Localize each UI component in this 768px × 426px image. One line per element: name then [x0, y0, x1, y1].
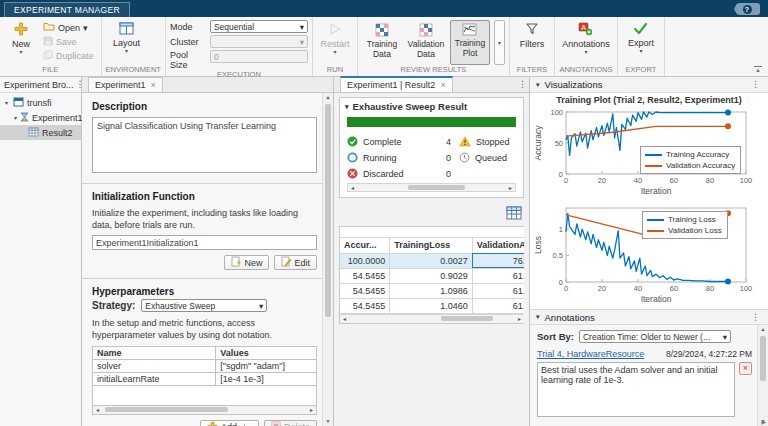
initialization-function-field[interactable] — [92, 235, 317, 250]
cluster-dropdown[interactable]: ▾ — [210, 35, 308, 48]
mode-label: Mode — [170, 20, 206, 33]
export-section-label: EXPORT — [618, 65, 664, 76]
status-running: Running 0 — [347, 150, 451, 166]
table-row[interactable]: 100.0000 0.0027 76.92 — [340, 253, 524, 268]
col-trainingloss[interactable]: TrainingLoss — [390, 238, 472, 253]
delete-x-icon — [271, 421, 281, 426]
discarded-icon — [347, 168, 358, 181]
collapse-icon[interactable]: ▾ — [536, 313, 540, 321]
collapse-ribbon-icon[interactable]: ▲ — [754, 66, 762, 74]
open-button[interactable]: Open ▾ — [40, 21, 97, 34]
experiment-manager-ribbon-tab[interactable]: EXPERIMENT MANAGER — [4, 2, 130, 17]
scroll-right-icon[interactable]: ► — [508, 184, 513, 192]
stopped-warning-icon — [459, 136, 471, 149]
duplicate-button[interactable]: Duplicate — [40, 49, 97, 62]
training-data-button[interactable]: Training Data — [362, 20, 402, 65]
scroll-up-icon[interactable]: ▲ — [323, 93, 333, 102]
scroll-up-icon[interactable]: ▲ — [758, 325, 768, 334]
mode-dropdown[interactable]: Sequential ▾ — [210, 20, 308, 33]
scrollbar-thumb[interactable] — [441, 316, 493, 321]
review-results-dropdown-button[interactable]: ▾ — [494, 20, 505, 65]
scrollbar-thumb[interactable] — [325, 104, 331, 317]
browser-kebab-icon[interactable]: ⋮ — [74, 80, 81, 89]
init-new-button[interactable]: New — [224, 255, 269, 270]
export-button[interactable]: Export ▾ — [622, 20, 660, 65]
workspace: Experiment Bro... ⋮ ▾ trunsfi ▾ Experime… — [0, 77, 768, 426]
scrollbar-thumb[interactable] — [760, 336, 766, 381]
table-row[interactable]: initialLearnRate [1e-4 1e-3] — [93, 372, 317, 385]
description-field[interactable]: Signal Classification Using Transfer Lea… — [92, 117, 317, 173]
new-button[interactable]: New ▾ — [4, 20, 38, 65]
scroll-end-icon[interactable]: ▶ — [761, 418, 766, 425]
close-icon[interactable]: × — [151, 80, 156, 90]
init-edit-button[interactable]: Edit — [274, 255, 317, 270]
tab-experiment1[interactable]: Experiment1 × — [88, 77, 163, 92]
hyper-col-values[interactable]: Values — [216, 346, 317, 359]
delete-hyperparameter-button[interactable]: Delete — [264, 420, 317, 426]
tree-item-result2[interactable]: Result2 — [0, 125, 81, 140]
visualizations-header: ▾ Visualizations ⋮ — [530, 77, 768, 93]
annotation-trial-link[interactable]: Trial 4, HardwareResource — [537, 349, 644, 359]
scrollbar-thumb[interactable] — [105, 407, 228, 412]
expander-icon[interactable]: ▾ — [3, 99, 10, 106]
help-button[interactable]: ? — [734, 3, 760, 15]
collapse-icon[interactable]: ▾ — [345, 103, 349, 111]
collapse-icon[interactable]: ▾ — [536, 81, 540, 89]
status-hscrollbar[interactable]: ◄ ► — [347, 183, 516, 192]
add-hyperparameter-button[interactable]: Add ▾ — [200, 420, 259, 426]
scroll-left-icon[interactable]: ◄ — [350, 184, 355, 192]
visualizations-kebab-icon[interactable]: ⋮ — [749, 80, 762, 89]
tree-item-experiment1[interactable]: ▾ Experiment1 — [0, 110, 81, 125]
annotations-title: Annotations — [545, 312, 595, 323]
validation-data-button[interactable]: Validation Data — [406, 20, 446, 65]
tab-experiment1-result2[interactable]: Experiment1 | Result2 × — [340, 76, 453, 92]
scroll-right-icon[interactable]: ► — [517, 315, 522, 323]
svg-text:0.5: 0.5 — [553, 251, 563, 260]
result-content: ▾ Exhaustive Sweep Result Complete — [334, 93, 529, 426]
hyper-table-hscrollbar[interactable]: ◄ ► — [92, 406, 317, 415]
svg-text:Iteration: Iteration — [641, 294, 672, 304]
experiment-panel-vscrollbar[interactable]: ▲ ▼ — [322, 93, 333, 426]
sort-by-dropdown[interactable]: Creation Time: Older to Newer (... ▾ — [579, 330, 731, 343]
expander-icon[interactable]: ▾ — [14, 114, 17, 121]
hyperparameters-heading: Hyperparameters — [92, 286, 317, 297]
restart-button[interactable]: Restart ▾ — [317, 20, 353, 65]
tree-item-project[interactable]: ▾ trunsfi — [0, 95, 81, 110]
table-row[interactable]: 54.5455 1.0460 61.53 — [340, 298, 524, 313]
edit-function-icon — [281, 256, 291, 269]
restart-play-icon — [328, 22, 342, 38]
svg-text:100: 100 — [740, 284, 753, 293]
annotation-text-field[interactable]: Best trial uses the Adam solver and an i… — [537, 362, 735, 417]
section-divider — [82, 183, 333, 184]
close-icon[interactable]: × — [440, 80, 445, 90]
strategy-dropdown[interactable]: Exhaustive Sweep ▾ — [141, 299, 267, 312]
col-accuracy[interactable]: Accur... — [340, 238, 390, 253]
delete-annotation-button[interactable]: × — [739, 362, 752, 375]
filters-button[interactable]: Filters — [514, 20, 550, 65]
status-stopped: Stopped — [459, 134, 516, 150]
svg-text:60: 60 — [670, 176, 678, 185]
table-row[interactable]: 54.5455 0.9029 61.53 — [340, 268, 524, 283]
training-plot-button[interactable]: Training Plot — [450, 20, 490, 65]
result-panel-kebab-icon[interactable]: ⋮ — [516, 80, 529, 89]
layout-button[interactable]: Layout ▾ — [106, 20, 148, 65]
file-section-label: FILE — [0, 65, 101, 76]
results-table-hscrollbar[interactable]: ◄ ► — [340, 314, 524, 323]
hyper-col-name[interactable]: Name — [93, 346, 216, 359]
duplicate-icon — [43, 50, 53, 62]
scroll-left-icon[interactable]: ◄ — [342, 315, 347, 323]
annotations-section-label: ANNOTATIONS — [555, 65, 617, 76]
annotations-button[interactable]: A Annotations ▾ — [559, 20, 613, 65]
col-validationaccuracy[interactable]: ValidationAcc... — [472, 238, 524, 253]
scroll-left-icon[interactable]: ◄ — [95, 406, 100, 414]
scroll-down-icon[interactable]: ▼ — [323, 417, 333, 426]
annotations-vscrollbar[interactable]: ▲ ▼ — [757, 325, 768, 426]
table-row[interactable]: 54.5455 1.0986 61.53 — [340, 283, 524, 298]
table-view-icon[interactable] — [506, 206, 522, 222]
annotations-kebab-icon[interactable]: ⋮ — [749, 313, 762, 322]
save-button[interactable]: Save — [40, 35, 97, 48]
scroll-right-icon[interactable]: ► — [309, 406, 314, 414]
table-row[interactable]: solver ["sgdm" "adam"] — [93, 359, 317, 372]
scrollbar-thumb[interactable] — [408, 185, 465, 190]
pool-size-input[interactable]: 0 — [210, 50, 308, 63]
